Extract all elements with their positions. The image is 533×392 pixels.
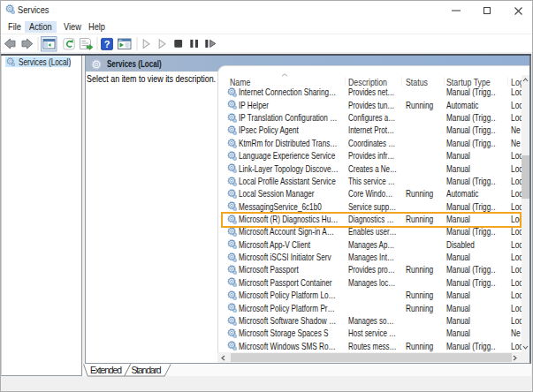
svg-text:?: ? — [104, 38, 110, 49]
svg-text:Standard: Standard — [131, 365, 161, 375]
svg-text:Extended: Extended — [90, 365, 122, 375]
